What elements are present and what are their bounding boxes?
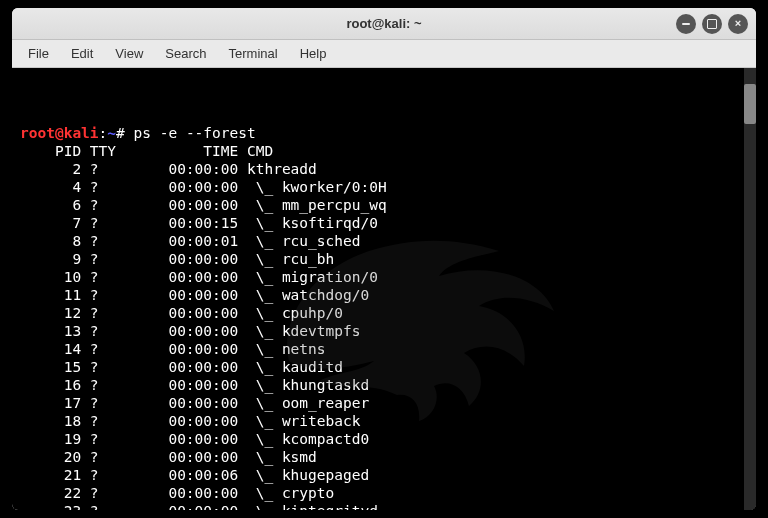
process-row: 15 ? 00:00:00 \_ kauditd <box>20 359 343 375</box>
minimize-icon[interactable] <box>676 14 696 34</box>
process-row: 8 ? 00:00:01 \_ rcu_sched <box>20 233 360 249</box>
process-row: 18 ? 00:00:00 \_ writeback <box>20 413 360 429</box>
menu-help[interactable]: Help <box>290 43 337 64</box>
process-row: 17 ? 00:00:00 \_ oom_reaper <box>20 395 369 411</box>
menu-terminal[interactable]: Terminal <box>219 43 288 64</box>
maximize-icon[interactable] <box>702 14 722 34</box>
window-title: root@kali: ~ <box>346 16 421 31</box>
process-row: 14 ? 00:00:00 \_ netns <box>20 341 326 357</box>
process-row: 13 ? 00:00:00 \_ kdevtmpfs <box>20 323 360 339</box>
menubar: File Edit View Search Terminal Help <box>12 40 756 68</box>
terminal-pane[interactable]: root@kali:~# ps -e --forest PID TTY TIME… <box>12 68 756 510</box>
process-row: 11 ? 00:00:00 \_ watchdog/0 <box>20 287 369 303</box>
process-row: 2 ? 00:00:00 kthreadd <box>20 161 317 177</box>
close-icon[interactable]: × <box>728 14 748 34</box>
process-row: 22 ? 00:00:00 \_ crypto <box>20 485 334 501</box>
process-row: 6 ? 00:00:00 \_ mm_percpu_wq <box>20 197 387 213</box>
menu-edit[interactable]: Edit <box>61 43 103 64</box>
menu-search[interactable]: Search <box>155 43 216 64</box>
process-row: 16 ? 00:00:00 \_ khungtaskd <box>20 377 369 393</box>
process-row: 10 ? 00:00:00 \_ migration/0 <box>20 269 378 285</box>
process-row: 9 ? 00:00:00 \_ rcu_bh <box>20 251 334 267</box>
scrollbar-thumb[interactable] <box>744 84 756 124</box>
menu-view[interactable]: View <box>105 43 153 64</box>
window-controls: × <box>676 14 748 34</box>
titlebar: root@kali: ~ × <box>12 8 756 40</box>
menu-file[interactable]: File <box>18 43 59 64</box>
process-row: 23 ? 00:00:00 \_ kintegrityd <box>20 503 378 510</box>
process-row: 12 ? 00:00:00 \_ cpuhp/0 <box>20 305 343 321</box>
process-row: 21 ? 00:00:06 \_ khugepaged <box>20 467 369 483</box>
process-row: 19 ? 00:00:00 \_ kcompactd0 <box>20 431 369 447</box>
process-row: 7 ? 00:00:15 \_ ksoftirqd/0 <box>20 215 378 231</box>
terminal-window: root@kali: ~ × File Edit View Search Ter… <box>12 8 756 510</box>
scrollbar[interactable] <box>744 68 756 510</box>
process-row: 20 ? 00:00:00 \_ ksmd <box>20 449 317 465</box>
terminal-output: root@kali:~# ps -e --forest PID TTY TIME… <box>20 124 748 510</box>
process-row: 4 ? 00:00:00 \_ kworker/0:0H <box>20 179 387 195</box>
